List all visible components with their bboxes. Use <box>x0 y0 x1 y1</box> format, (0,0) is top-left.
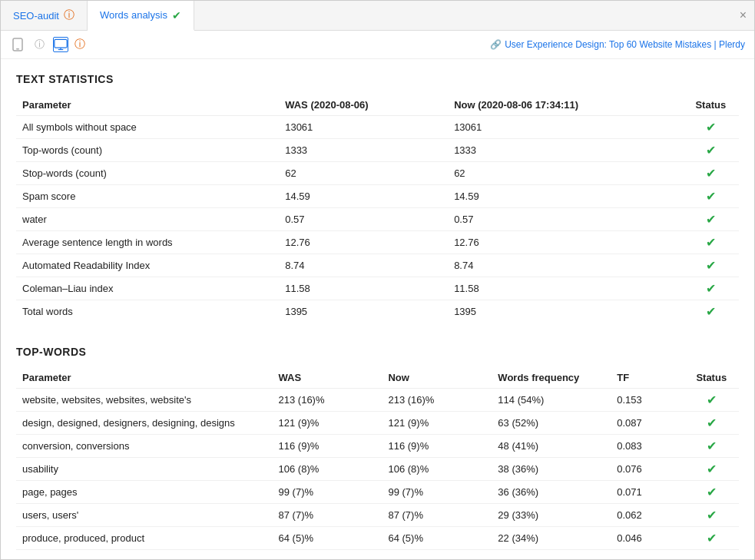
table-row: usability 106 (8)% 106 (8)% 38 (36%) 0.0… <box>16 458 739 481</box>
tw-status-cell: ✔ <box>684 412 739 435</box>
link-text: User Experience Design: Top 60 Website M… <box>505 39 745 50</box>
desktop-icon[interactable] <box>53 37 68 52</box>
table-row: Stop-words (count) 62 62 ✔ <box>16 162 739 185</box>
now-cell: 11.58 <box>448 277 683 300</box>
table-row: website, websites, websites, website's 2… <box>16 389 739 412</box>
svg-rect-2 <box>55 39 67 48</box>
status-cell: ✔ <box>683 300 739 323</box>
svg-rect-1 <box>16 48 19 50</box>
check-icon: ✔ <box>707 416 717 429</box>
was-cell: 14.59 <box>279 185 448 208</box>
table-row: used, user, uses 63 (5)% 63 (5)% 21 (33%… <box>16 550 739 551</box>
check-icon: ✔ <box>706 213 716 226</box>
check-icon: ✔ <box>706 121 716 134</box>
tw-tf-cell: 0.153 <box>611 389 684 412</box>
tw-was-cell: 116 (9)% <box>273 435 382 458</box>
words-analysis-label: Words analysis <box>100 9 167 21</box>
was-cell: 12.76 <box>279 231 448 254</box>
param-cell: Automated Readability Index <box>16 254 279 277</box>
tw-th-was: WAS <box>273 367 382 389</box>
tw-freq-cell: 21 (33%) <box>492 550 611 551</box>
th-status: Status <box>683 94 739 116</box>
now-cell: 14.59 <box>448 185 683 208</box>
tw-was-cell: 99 (7)% <box>273 481 382 504</box>
was-cell: 13061 <box>279 116 448 139</box>
tw-now-cell: 99 (7)% <box>382 481 492 504</box>
mobile-icon[interactable] <box>10 37 25 52</box>
status-cell: ✔ <box>683 254 739 277</box>
table-row: Top-words (count) 1333 1333 ✔ <box>16 139 739 162</box>
tw-th-status: Status <box>684 367 739 389</box>
tw-freq-cell: 22 (34%) <box>492 527 611 550</box>
now-cell: 0.57 <box>448 208 683 231</box>
tw-was-cell: 213 (16)% <box>273 389 382 412</box>
param-cell: Coleman–Liau index <box>16 277 279 300</box>
tab-seo-audit[interactable]: SEO-audit ⓘ <box>1 1 88 30</box>
tw-now-cell: 106 (8)% <box>382 458 492 481</box>
table-row: water 0.57 0.57 ✔ <box>16 208 739 231</box>
tw-tf-cell: 0.071 <box>611 481 684 504</box>
tw-tf-cell: 0.045 <box>611 550 684 551</box>
tw-now-cell: 116 (9)% <box>382 435 492 458</box>
check-icon: ✔ <box>707 393 717 406</box>
table-row: Coleman–Liau index 11.58 11.58 ✔ <box>16 277 739 300</box>
now-cell: 12.76 <box>448 231 683 254</box>
tw-now-cell: 64 (5)% <box>382 527 492 550</box>
info-icon[interactable]: ⓘ <box>31 37 47 52</box>
status-cell: ✔ <box>683 162 739 185</box>
tw-param-cell: produce, produced, product <box>16 527 273 550</box>
content-area: TEXT STATISTICS Parameter WAS (2020-08-0… <box>1 59 754 550</box>
check-icon: ✔ <box>706 167 716 180</box>
tw-tf-cell: 0.076 <box>611 458 684 481</box>
check-icon: ✔ <box>706 190 716 203</box>
tw-param-cell: website, websites, websites, website's <box>16 389 273 412</box>
was-cell: 8.74 <box>279 254 448 277</box>
tab-bar: SEO-audit ⓘ Words analysis ✔ × <box>1 1 754 31</box>
tw-freq-cell: 48 (41%) <box>492 435 611 458</box>
tw-tf-cell: 0.046 <box>611 527 684 550</box>
was-cell: 62 <box>279 162 448 185</box>
tw-status-cell: ✔ <box>684 481 739 504</box>
tw-status-cell: ✔ <box>684 389 739 412</box>
tw-now-cell: 121 (9)% <box>382 412 492 435</box>
th-was: WAS (2020-08-06) <box>279 94 448 116</box>
close-button[interactable]: × <box>740 8 747 22</box>
status-cell: ✔ <box>683 208 739 231</box>
tw-param-cell: page, pages <box>16 481 273 504</box>
now-cell: 13061 <box>448 116 683 139</box>
table-row: Automated Readability Index 8.74 8.74 ✔ <box>16 254 739 277</box>
status-cell: ✔ <box>683 231 739 254</box>
tw-tf-cell: 0.062 <box>611 504 684 527</box>
top-words-title: TOP-WORDS <box>16 346 739 358</box>
tw-was-cell: 87 (7)% <box>273 504 382 527</box>
check-icon: ✔ <box>707 532 717 545</box>
table-row: Total words 1395 1395 ✔ <box>16 300 739 323</box>
tab-words-analysis[interactable]: Words analysis ✔ <box>88 1 194 31</box>
th-now: Now (2020-08-06 17:34:11) <box>448 94 683 116</box>
tw-th-parameter: Parameter <box>16 367 273 389</box>
tw-status-cell: ✔ <box>684 458 739 481</box>
top-words-table: Parameter WAS Now Words frequency TF Sta… <box>16 367 739 550</box>
toolbar-left: ⓘ ⓘ <box>10 37 85 52</box>
tw-freq-cell: 38 (36%) <box>492 458 611 481</box>
toolbar-link[interactable]: 🔗 User Experience Design: Top 60 Website… <box>490 39 745 50</box>
was-cell: 11.58 <box>279 277 448 300</box>
tw-was-cell: 106 (8)% <box>273 458 382 481</box>
now-cell: 62 <box>448 162 683 185</box>
seo-audit-warn-icon: ⓘ <box>64 8 75 22</box>
tw-th-frequency: Words frequency <box>492 367 611 389</box>
check-icon: ✔ <box>707 462 717 476</box>
text-statistics-table: Parameter WAS (2020-08-06) Now (2020-08-… <box>16 94 739 323</box>
was-cell: 0.57 <box>279 208 448 231</box>
table-row: Spam score 14.59 14.59 ✔ <box>16 185 739 208</box>
now-cell: 1395 <box>448 300 683 323</box>
tw-freq-cell: 36 (36%) <box>492 481 611 504</box>
tw-param-cell: users, users' <box>16 504 273 527</box>
now-cell: 1333 <box>448 139 683 162</box>
tw-status-cell: ✔ <box>684 527 739 550</box>
tw-param-cell: used, user, uses <box>16 550 273 551</box>
table-row: produce, produced, product 64 (5)% 64 (5… <box>16 527 739 550</box>
tw-freq-cell: 63 (52%) <box>492 412 611 435</box>
status-cell: ✔ <box>683 277 739 300</box>
toolbar-warn-icon: ⓘ <box>75 38 85 51</box>
